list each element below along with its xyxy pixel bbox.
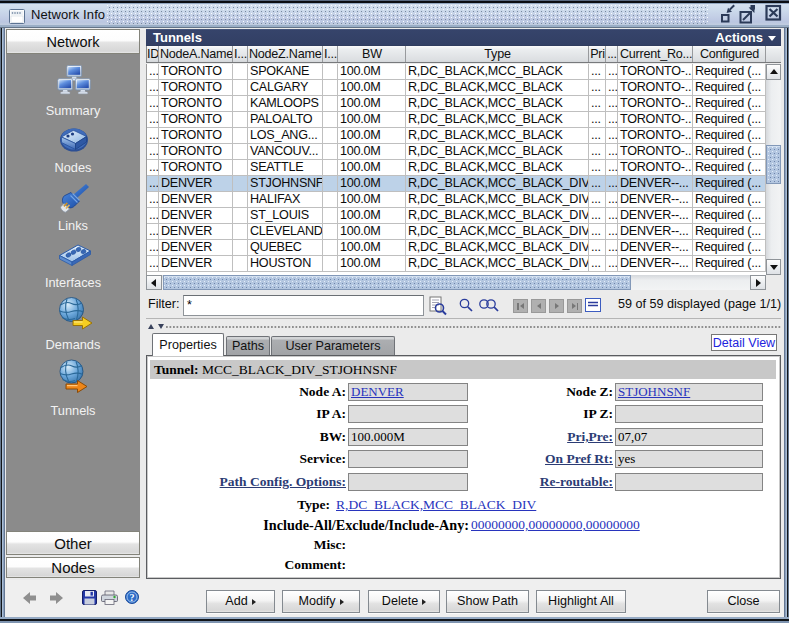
svg-text:?: ? — [130, 592, 135, 603]
